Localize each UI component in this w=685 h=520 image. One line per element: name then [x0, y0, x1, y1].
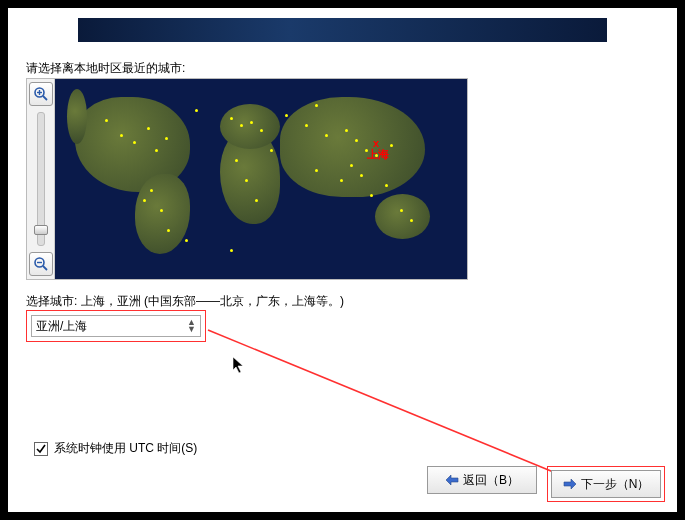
zoom-out-icon — [33, 256, 49, 272]
zoom-out-button[interactable] — [29, 252, 53, 276]
next-button-label: 下一步（N） — [581, 476, 650, 493]
zoom-in-button[interactable] — [29, 82, 53, 106]
svg-line-1 — [43, 96, 47, 100]
check-icon — [36, 444, 46, 454]
selected-city-marker-label: 上海 — [367, 147, 389, 162]
next-button[interactable]: 下一步（N） — [551, 470, 661, 498]
installer-panel: 请选择离本地时区最近的城市: — [8, 8, 677, 512]
utc-checkbox[interactable] — [34, 442, 48, 456]
world-map[interactable]: x 上海 — [55, 79, 467, 279]
zoom-controls — [27, 79, 55, 279]
timezone-combo-value: 亚洲/上海 — [36, 318, 87, 335]
next-button-highlight: 下一步（N） — [547, 466, 665, 502]
timezone-combo-highlight: 亚洲/上海 ▲▼ — [26, 310, 206, 342]
instruction-label: 请选择离本地时区最近的城市: — [26, 60, 185, 77]
header-banner — [78, 18, 607, 42]
back-button-label: 返回（B） — [463, 472, 519, 489]
timezone-map[interactable]: x 上海 — [26, 78, 468, 280]
svg-line-7 — [208, 330, 568, 478]
wizard-button-row: 返回（B） 下一步（N） — [427, 466, 665, 502]
arrow-left-icon — [445, 474, 459, 486]
timezone-combo[interactable]: 亚洲/上海 ▲▼ — [31, 315, 201, 337]
zoom-in-icon — [33, 86, 49, 102]
back-button[interactable]: 返回（B） — [427, 466, 537, 494]
cursor-icon — [232, 356, 246, 374]
selected-city-description: 选择城市: 上海，亚洲 (中国东部——北京，广东，上海等。) — [26, 293, 344, 310]
city-desc-value: 上海，亚洲 (中国东部——北京，广东，上海等。) — [81, 294, 344, 308]
arrow-right-icon — [563, 478, 577, 490]
combo-stepper-icon: ▲▼ — [187, 319, 196, 333]
zoom-slider-handle[interactable] — [34, 225, 48, 235]
city-desc-prefix: 选择城市: — [26, 294, 81, 308]
utc-checkbox-label: 系统时钟使用 UTC 时间(S) — [54, 440, 197, 457]
utc-checkbox-row[interactable]: 系统时钟使用 UTC 时间(S) — [34, 440, 197, 457]
svg-line-5 — [43, 266, 47, 270]
zoom-slider[interactable] — [37, 112, 45, 246]
